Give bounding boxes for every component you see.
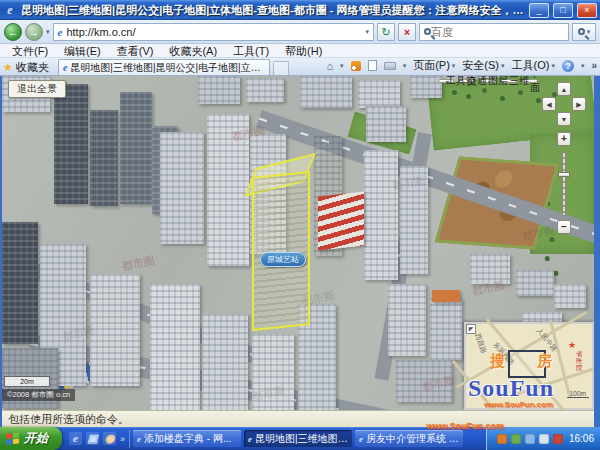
minimap[interactable]: 西昌路东风西路人民中路 ★ 省医院 100m 搜房 SouFun www.Sou… <box>464 322 594 410</box>
help-icon[interactable]: ? <box>562 60 574 72</box>
title-bar: e 昆明地图|三维地图|昆明公交|电子地图|立体地图-查地图-都市圈 - 网络管… <box>0 0 600 20</box>
new-tab-button[interactable] <box>273 61 289 75</box>
chevron-down-icon: ▾ <box>551 62 555 70</box>
pan-down-button[interactable]: ▼ <box>557 112 571 126</box>
menu-item[interactable]: 编辑(E) <box>56 44 109 58</box>
print-icon[interactable] <box>384 62 396 70</box>
menu-item[interactable]: 文件(F) <box>4 44 56 58</box>
menu-bar: 文件(F)编辑(E)查看(V)收藏夹(A)工具(T)帮助(H) <box>0 44 600 58</box>
maximize-button[interactable]: □ <box>553 3 573 18</box>
history-dropdown-icon[interactable]: ▾ <box>46 28 50 36</box>
search-button[interactable]: ▾ <box>572 23 596 41</box>
chevron-down-icon: ▾ <box>467 78 470 85</box>
soufun-watermark-cn: 搜房 <box>490 352 584 371</box>
feed-icon[interactable] <box>351 61 361 71</box>
pan-up-button[interactable]: ▲ <box>557 82 571 96</box>
taskbar: 开始 e▣◉» e添加楼盘字典 - 网...e昆明地图|三维地图|...e房友中… <box>0 427 600 450</box>
building <box>554 284 586 308</box>
refresh-button[interactable]: ↻ <box>377 23 395 41</box>
page-icon: e <box>58 26 63 38</box>
network-icon[interactable] <box>525 434 535 444</box>
favorites-button[interactable]: 收藏夹 <box>16 59 55 75</box>
home-dropdown-icon[interactable]: ▾ <box>340 62 344 70</box>
ie-logo-icon: e <box>3 3 17 18</box>
command-bar: ⌂ ▾ ▾ 页面(P)▾安全(S)▾工具(O)▾ ? ▾ » <box>326 58 597 75</box>
status-bar: 包括使用所选项的命令。 <box>2 410 594 427</box>
close-button[interactable]: × <box>577 3 597 18</box>
selected-building-outline[interactable] <box>252 171 310 331</box>
command-button[interactable]: 页面(P)▾ <box>413 58 455 73</box>
favorites-star-icon[interactable]: ★ <box>3 59 13 75</box>
back-button[interactable]: ← <box>4 23 22 41</box>
print-dropdown-icon[interactable]: ▾ <box>403 62 407 70</box>
command-label: 工具(O) <box>512 58 550 73</box>
map-viewport[interactable]: 都市圈都市圈都市圈都市圈都市圈都市圈都市圈都市圈都市圈都市圈 原城艺站 退出全景… <box>2 76 594 410</box>
stop-button[interactable]: × <box>398 23 416 41</box>
shield-icon[interactable] <box>511 434 521 444</box>
search-icon <box>424 28 431 35</box>
map-toolbar-button[interactable]: 工具箱▾ <box>438 79 454 83</box>
quick-launch: e▣◉» <box>65 430 130 448</box>
command-label: 安全(S) <box>462 58 499 73</box>
task-button[interactable]: e昆明地图|三维地图|... <box>244 430 352 447</box>
building <box>90 274 140 386</box>
tab-kunming-map[interactable]: e 昆明地图|三维地图|昆明公交|电子地图|立体地图... <box>58 59 270 75</box>
building <box>202 314 248 410</box>
search-box[interactable] <box>419 23 569 41</box>
menu-item[interactable]: 工具(T) <box>225 44 277 58</box>
exit-panorama-button[interactable]: 退出全景 <box>8 80 66 98</box>
zoom-slider-handle[interactable] <box>558 172 570 177</box>
tray-icons <box>497 434 563 444</box>
system-tray: 16:06 <box>486 427 600 450</box>
url-field[interactable]: e http://km.o.cn/ ▾ <box>53 23 374 41</box>
task-label: 昆明地图|三维地图|... <box>255 432 348 446</box>
zoom-in-button[interactable]: + <box>557 132 571 146</box>
read-mail-icon[interactable] <box>368 60 377 71</box>
search-input[interactable] <box>431 26 564 38</box>
trees-icon <box>452 90 457 95</box>
minimap-toggle-button[interactable]: ◤ <box>466 324 476 334</box>
building <box>54 84 88 204</box>
show-desktop-icon[interactable]: ▣ <box>86 432 99 445</box>
url-dropdown-icon[interactable]: ▾ <box>365 28 369 36</box>
building <box>396 360 452 402</box>
update-icon[interactable] <box>553 434 563 444</box>
media-player-icon[interactable]: ◉ <box>103 432 116 445</box>
command-button[interactable]: 安全(S)▾ <box>462 58 504 73</box>
command-button[interactable]: 工具(O)▾ <box>512 58 555 73</box>
building <box>364 150 398 280</box>
menu-item[interactable]: 查看(V) <box>109 44 162 58</box>
pan-right-button[interactable]: ▶ <box>572 97 586 111</box>
search-dropdown-icon[interactable]: ▾ <box>587 28 591 36</box>
soufun-watermark-logo: SouFun <box>468 375 554 402</box>
quick-launch-overflow-icon[interactable]: » <box>120 434 125 444</box>
building <box>366 106 406 142</box>
pan-left-button[interactable]: ◀ <box>542 97 556 111</box>
zoom-slider-track[interactable] <box>562 152 566 216</box>
home-icon[interactable]: ⌂ <box>326 60 333 72</box>
map-tool-label: 平面 <box>530 76 540 95</box>
building-label[interactable]: 原城艺站 <box>260 252 306 267</box>
task-button[interactable]: e房友中介管理系统 -... <box>355 430 463 447</box>
help-dropdown-icon[interactable]: ▾ <box>581 62 585 70</box>
address-bar: ← → ▾ e http://km.o.cn/ ▾ ↻ × ▾ <box>0 20 600 44</box>
menu-item[interactable]: 帮助(H) <box>277 44 330 58</box>
overflow-chevron-icon[interactable]: » <box>591 60 597 71</box>
scale-bar: 20m <box>4 376 50 387</box>
status-text: 包括使用所选项的命令。 <box>8 412 129 427</box>
forward-button[interactable]: → <box>25 23 43 41</box>
start-button[interactable]: 开始 <box>0 427 62 450</box>
map-tool-label: 三维 <box>509 76 529 88</box>
striped-building <box>318 192 364 251</box>
task-button[interactable]: e添加楼盘字典 - 网... <box>133 430 241 447</box>
tab-title: 昆明地图|三维地图|昆明公交|电子地图|立体地图... <box>70 61 265 75</box>
tab-favicon: e <box>63 62 67 73</box>
ie-icon[interactable]: e <box>69 432 82 445</box>
chevron-down-icon: ▾ <box>446 78 449 85</box>
alert-icon[interactable] <box>497 434 507 444</box>
menu-item[interactable]: 收藏夹(A) <box>161 44 225 58</box>
volume-icon[interactable] <box>539 434 549 444</box>
minimize-button[interactable]: _ <box>529 3 549 18</box>
building <box>246 78 284 102</box>
zoom-out-button[interactable]: − <box>557 220 571 234</box>
